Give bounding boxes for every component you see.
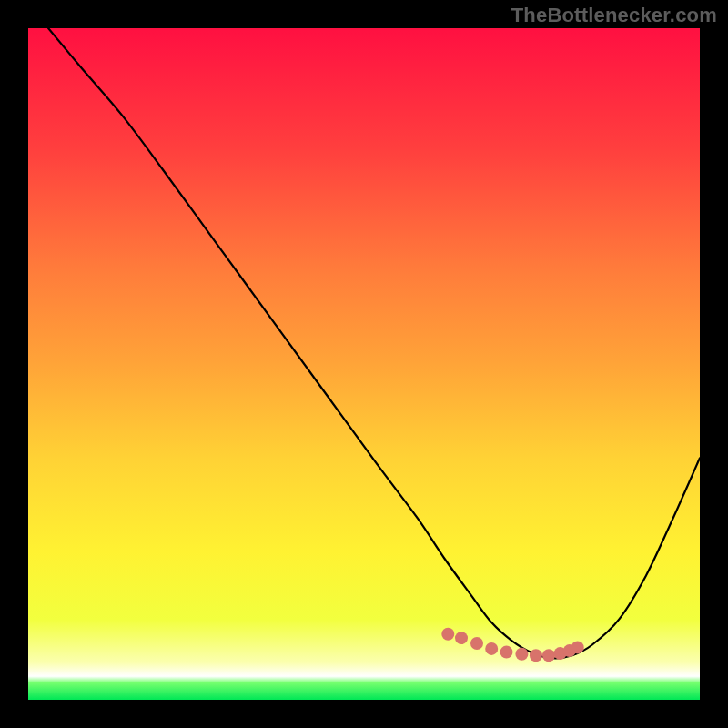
optimal-marker xyxy=(470,637,483,650)
optimal-marker xyxy=(441,628,454,641)
chart-svg xyxy=(28,28,700,700)
optimal-marker xyxy=(500,646,513,659)
optimal-marker xyxy=(530,649,542,662)
optimal-marker xyxy=(515,648,528,661)
chart-area xyxy=(28,28,700,700)
watermark-text: TheBottlenecker.com xyxy=(511,4,717,27)
gradient-background xyxy=(28,28,700,700)
optimal-marker xyxy=(455,632,468,644)
optimal-marker xyxy=(542,649,555,662)
optimal-marker xyxy=(571,641,584,653)
optimal-marker xyxy=(485,642,498,655)
